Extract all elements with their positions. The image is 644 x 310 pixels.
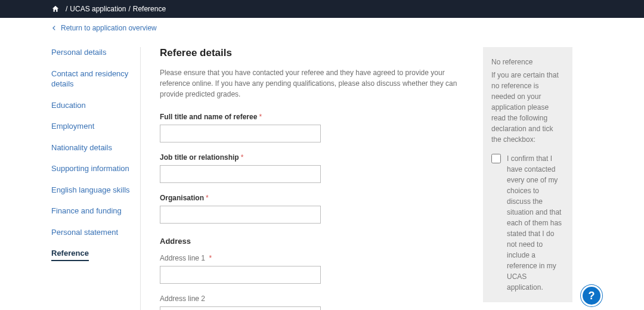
help-button[interactable]: ?: [581, 285, 602, 306]
field-job-title: Job title or relationship*: [160, 153, 464, 183]
field-organisation: Organisation*: [160, 194, 464, 224]
intro-paragraph: Please ensure that you have contacted yo…: [160, 67, 464, 100]
form-main: Referee details Please ensure that you h…: [160, 47, 464, 310]
help-icon: ?: [589, 290, 595, 302]
page-title: Referee details: [160, 47, 464, 59]
sidebar-item-reference[interactable]: Reference: [51, 248, 89, 261]
input-full-title[interactable]: [160, 125, 321, 142]
sidebar-item-finance-funding[interactable]: Finance and funding: [51, 206, 134, 216]
required-mark: *: [206, 194, 209, 202]
sidebar-item-personal-statement[interactable]: Personal statement: [51, 227, 134, 238]
required-mark: *: [259, 113, 262, 121]
crumb-ucas-application[interactable]: UCAS application: [70, 5, 126, 13]
input-address-line-2[interactable]: [160, 306, 321, 310]
crumb-sep: /: [128, 5, 130, 13]
field-address-line-1: Address line 1 *: [160, 254, 464, 284]
sidebar-item-supporting-info[interactable]: Supporting information: [51, 163, 134, 174]
no-reference-body: If you are certain that no reference is …: [491, 70, 564, 145]
sidebar-item-english-skills[interactable]: English language skills: [51, 185, 134, 196]
label-job-title: Job title or relationship*: [160, 153, 464, 162]
field-full-title: Full title and name of referee*: [160, 113, 464, 142]
sidebar-item-nationality[interactable]: Nationality details: [51, 142, 134, 153]
crumb-reference: Reference: [133, 5, 166, 13]
input-address-line-1[interactable]: [160, 266, 321, 284]
address-heading: Address: [160, 237, 464, 246]
required-mark: *: [241, 153, 244, 162]
right-column: No reference If you are certain that no …: [483, 47, 572, 310]
sidebar-item-employment[interactable]: Employment: [51, 121, 134, 132]
label-organisation: Organisation*: [160, 194, 464, 202]
crumb-sep: /: [66, 5, 67, 13]
sidebar-item-education[interactable]: Education: [51, 100, 134, 111]
field-address-line-2: Address line 2: [160, 294, 464, 310]
sidebar-item-contact-residency[interactable]: Contact and residency details: [51, 69, 134, 89]
main-container: Personal details Contact and residency d…: [0, 33, 644, 310]
label-address-line-2: Address line 2: [160, 294, 464, 303]
label-full-title: Full title and name of referee*: [160, 113, 464, 121]
breadcrumb-bar: / UCAS application / Reference: [0, 0, 644, 18]
home-icon[interactable]: [51, 5, 60, 13]
return-to-overview-link[interactable]: Return to application overview: [51, 24, 157, 32]
return-row: Return to application overview: [0, 18, 644, 33]
return-label: Return to application overview: [61, 24, 157, 32]
label-address-line-1: Address line 1 *: [160, 254, 464, 262]
sidebar-item-personal-details[interactable]: Personal details: [51, 47, 134, 58]
input-job-title[interactable]: [160, 165, 321, 183]
no-reference-checkbox[interactable]: [491, 154, 501, 163]
required-mark: *: [209, 254, 212, 262]
sidebar-nav: Personal details Contact and residency d…: [51, 47, 141, 310]
no-reference-declaration: I confirm that I have contacted every on…: [507, 153, 564, 293]
no-reference-box: No reference If you are certain that no …: [483, 47, 572, 302]
input-organisation[interactable]: [160, 206, 321, 224]
no-reference-declaration-row: I confirm that I have contacted every on…: [491, 153, 564, 293]
no-reference-title: No reference: [491, 57, 564, 67]
